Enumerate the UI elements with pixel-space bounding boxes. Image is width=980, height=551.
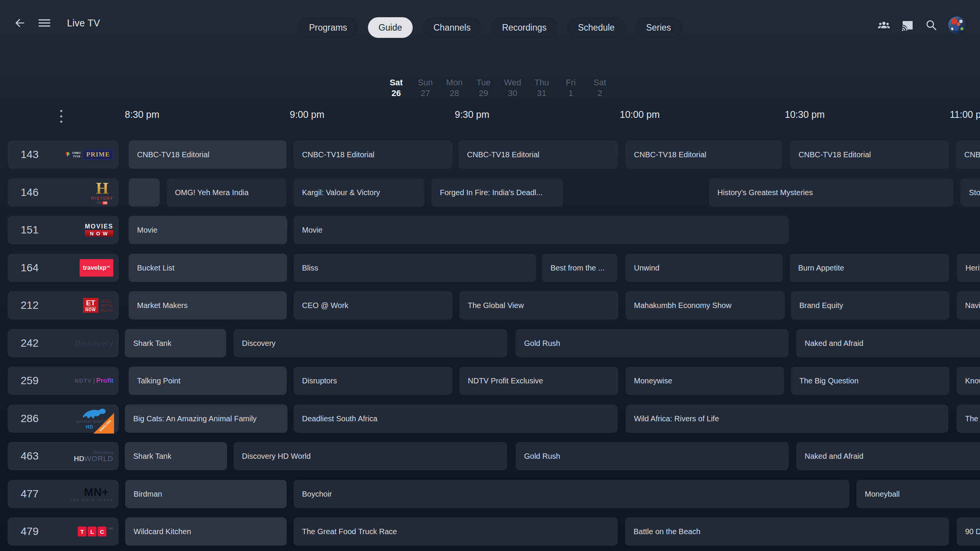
- program-cell[interactable]: Kargil: Valour & Victory: [294, 178, 425, 207]
- program-cell[interactable]: Wildcard Kitchen: [125, 517, 287, 546]
- date-sat-2[interactable]: Sat2: [585, 78, 614, 99]
- date-sun-27[interactable]: Sun27: [411, 78, 440, 99]
- program-cell[interactable]: Sto: [960, 178, 980, 207]
- program-cell[interactable]: Burn Appetite: [790, 254, 949, 282]
- program-cell[interactable]: The Great Food Truck Race: [294, 517, 618, 546]
- program-cell[interactable]: Shark Tank: [125, 442, 227, 470]
- program-cell[interactable]: 90 D: [957, 517, 980, 546]
- program-cell[interactable]: Market Makers: [129, 291, 287, 320]
- program-cell[interactable]: Discovery HD World: [234, 442, 507, 470]
- program-cell[interactable]: Talking Point: [129, 367, 287, 395]
- channel-cell-477[interactable]: 477MN+HDTHE GOLD CLASS: [8, 480, 119, 508]
- program-cell[interactable]: Unwind: [626, 254, 783, 282]
- tab-guide[interactable]: Guide: [368, 17, 413, 38]
- channel-cell-212[interactable]: 212ETNOWRISEWITHINDIA: [8, 291, 119, 320]
- tab-schedule[interactable]: Schedule: [567, 17, 626, 38]
- channel-cell-463[interactable]: 463DiscoveryHDWORLD: [8, 442, 119, 470]
- program-title: OMG! Yeh Mera India: [175, 188, 248, 197]
- tab-recordings[interactable]: Recordings: [491, 17, 557, 38]
- program-cell[interactable]: Brand Equity: [791, 291, 949, 320]
- program-title: Discovery HD World: [242, 452, 311, 461]
- program-cell[interactable]: Deadliest South Africa: [294, 404, 617, 433]
- et-now-logo: ETNOWRISEWITHINDIA: [83, 298, 113, 313]
- date-mon-28[interactable]: Mon28: [440, 78, 469, 99]
- program-cell[interactable]: Naked and Afraid: [796, 329, 980, 357]
- program-title: CNBC-TV18 Editorial: [634, 150, 706, 159]
- program-cell[interactable]: Discovery: [234, 329, 507, 357]
- program-cell[interactable]: CNBC-TV18 Editorial: [129, 140, 287, 169]
- program-title: NDTV Profit Exclusive: [468, 377, 543, 385]
- program-cell[interactable]: Gold Rush: [516, 442, 789, 470]
- program-cell[interactable]: Know: [957, 367, 980, 395]
- program-cell[interactable]: Disruptors: [294, 367, 452, 395]
- tab-series[interactable]: Series: [635, 17, 682, 38]
- program-cell[interactable]: Navi: [957, 291, 980, 320]
- cast-icon[interactable]: [901, 18, 915, 32]
- program-cell[interactable]: Boychoir: [294, 480, 849, 508]
- program-cell[interactable]: CNBC-TV18 Editorial: [294, 140, 452, 169]
- program-cell[interactable]: Herit: [957, 254, 980, 282]
- program-title: Market Makers: [137, 301, 188, 310]
- date-tue-29[interactable]: Tue29: [469, 78, 498, 99]
- program-title: Moneywise: [634, 377, 672, 385]
- program-title: Naked and Afraid: [805, 452, 863, 461]
- avatar[interactable]: [948, 16, 966, 34]
- program-cell[interactable]: Bucket List: [129, 254, 287, 282]
- program-cell[interactable]: Best from the ...: [542, 254, 617, 282]
- program-title: Bucket List: [137, 264, 175, 272]
- program-cell[interactable]: Battle on the Beach: [625, 517, 949, 546]
- back-arrow-icon[interactable]: [13, 16, 26, 29]
- program-cell[interactable]: CEO @ Work: [294, 291, 452, 320]
- channel-cell-146[interactable]: 146HHISTORYTV18: [8, 178, 119, 207]
- program-cell[interactable]: The: [957, 404, 980, 433]
- program-cell[interactable]: Moneywise: [626, 367, 784, 395]
- program-cell[interactable]: Gold Rush: [516, 329, 789, 357]
- program-cell[interactable]: Shark Tank: [125, 329, 226, 357]
- program-cell[interactable]: The Global View: [459, 291, 618, 320]
- program-cell[interactable]: History's Greatest Mysteries: [709, 178, 953, 207]
- program-cell[interactable]: Moneyball: [856, 480, 980, 508]
- program-cell[interactable]: OMG! Yeh Mera India: [167, 178, 287, 207]
- program-cell[interactable]: CNBC-TV18 Editorial: [626, 140, 782, 169]
- program-cell[interactable]: Movie: [294, 216, 789, 244]
- channel-cell-479[interactable]: 479TLCHD: [8, 517, 119, 546]
- program-cell[interactable]: CNB: [956, 140, 980, 169]
- channel-number: 286: [21, 404, 39, 433]
- program-cell[interactable]: The Big Question: [791, 367, 949, 395]
- program-cell[interactable]: Mahakumbh Economy Show: [626, 291, 785, 320]
- program-cell[interactable]: Wild Africa: Rivers of Life: [626, 404, 948, 433]
- program-cell[interactable]: [129, 178, 160, 207]
- channel-number: 164: [21, 254, 39, 282]
- time-label: 9:30 pm: [455, 109, 489, 120]
- more-options-icon[interactable]: [58, 108, 64, 126]
- date-wed-30[interactable]: Wed30: [498, 78, 527, 99]
- tab-channels[interactable]: Channels: [423, 17, 481, 38]
- tab-programs[interactable]: Programs: [298, 17, 358, 38]
- channel-cell-151[interactable]: 151MOVIESNOW: [8, 216, 119, 244]
- program-cell[interactable]: Movie: [129, 216, 287, 244]
- date-day-label: Sat: [585, 78, 614, 88]
- program-cell[interactable]: Naked and Afraid: [796, 442, 980, 470]
- date-day-label: Thu: [527, 78, 556, 88]
- program-cell[interactable]: Bliss: [294, 254, 536, 282]
- menu-icon[interactable]: [38, 16, 51, 29]
- group-icon[interactable]: [877, 18, 891, 32]
- date-sat-26[interactable]: Sat26: [382, 78, 411, 99]
- program-cell[interactable]: CNBC-TV18 Editorial: [790, 140, 949, 169]
- channel-cell-143[interactable]: 143CNBCTV18PRIME: [8, 140, 119, 169]
- channel-cell-242[interactable]: 242Discovery: [8, 329, 119, 357]
- time-label: 11:00 pm: [950, 109, 980, 120]
- program-cell[interactable]: Forged In Fire: India's Deadl...: [431, 178, 563, 207]
- program-title: Best from the ...: [550, 264, 604, 272]
- program-cell[interactable]: Birdman: [125, 480, 287, 508]
- date-thu-31[interactable]: Thu31: [527, 78, 556, 99]
- program-cell[interactable]: Big Cats: An Amazing Animal Family: [125, 404, 287, 433]
- date-day-label: Tue: [469, 78, 498, 88]
- program-cell[interactable]: NDTV Profit Exclusive: [459, 367, 618, 395]
- date-fri-1[interactable]: Fri1: [556, 78, 585, 99]
- channel-cell-164[interactable]: 164travelxpHD: [8, 254, 119, 282]
- search-icon[interactable]: [924, 18, 938, 32]
- channel-cell-286[interactable]: 286animal planetHDENGLISH: [8, 404, 119, 433]
- channel-cell-259[interactable]: 259NDTV|Profit: [8, 367, 119, 395]
- program-cell[interactable]: CNBC-TV18 Editorial: [459, 140, 618, 169]
